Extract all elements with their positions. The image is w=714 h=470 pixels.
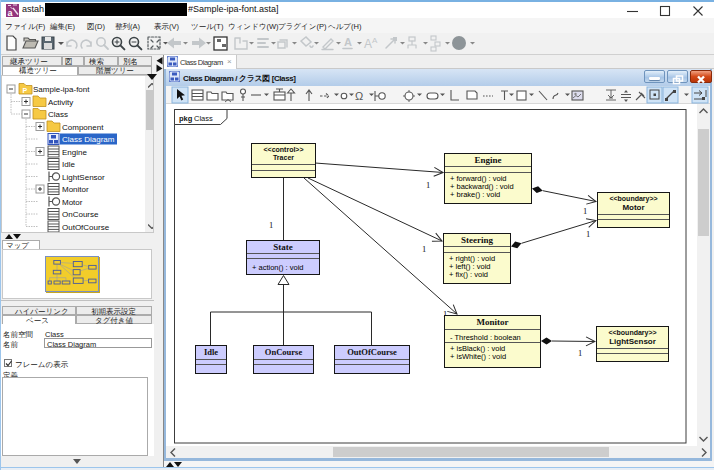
svg-text:A: A [344, 36, 352, 48]
svg-text:OutOfCourse: OutOfCourse [62, 223, 110, 232]
svg-text:1: 1 [583, 206, 587, 216]
svg-text:Activity: Activity [48, 98, 73, 107]
svg-text:A: A [372, 36, 378, 45]
svg-text:OnCourse: OnCourse [62, 210, 99, 219]
svg-text:LightSensor: LightSensor [62, 173, 105, 182]
svg-text:Monitor: Monitor [62, 185, 89, 194]
svg-text:P: P [23, 87, 28, 94]
svg-text:Motor: Motor [62, 198, 83, 207]
svg-text:1: 1 [586, 229, 590, 239]
svg-text:1: 1 [578, 348, 582, 358]
svg-text:Ω: Ω [355, 90, 363, 102]
svg-text:A: A [364, 37, 372, 51]
svg-text:1: 1 [422, 244, 426, 254]
svg-text:Idle: Idle [62, 160, 75, 169]
svg-text:pkg: pkg [179, 114, 193, 123]
svg-text:1: 1 [269, 220, 273, 230]
svg-text:Class: Class [194, 114, 213, 123]
svg-text:Component: Component [62, 123, 104, 132]
svg-text:Class Diagram: Class Diagram [62, 135, 115, 144]
svg-text:Sample-ipa-font: Sample-ipa-font [33, 85, 90, 94]
svg-text:Class: Class [48, 110, 68, 119]
svg-text:1: 1 [426, 180, 430, 190]
svg-text:Engine: Engine [62, 148, 87, 157]
